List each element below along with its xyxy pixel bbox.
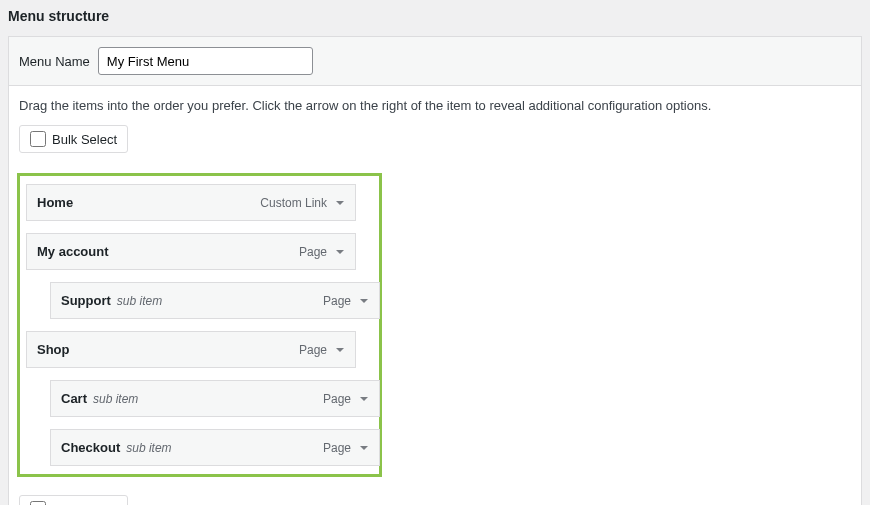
menu-item-my-account[interactable]: My accountPage — [26, 233, 356, 270]
menu-item-title: My account — [37, 244, 109, 259]
menu-item-type: Page — [299, 245, 327, 259]
menu-item-type: Custom Link — [260, 196, 327, 210]
sub-item-hint: sub item — [117, 294, 162, 308]
bulk-footer-row: Bulk Select Remove Selected Items — [9, 487, 861, 505]
chevron-down-icon[interactable] — [335, 345, 345, 355]
chevron-down-icon[interactable] — [335, 247, 345, 257]
bulk-select-label-bottom: Bulk Select — [52, 502, 117, 506]
chevron-down-icon[interactable] — [359, 296, 369, 306]
menu-item-cart[interactable]: Cartsub itemPage — [50, 380, 380, 417]
remove-selected-link: Remove Selected Items — [140, 502, 278, 506]
menu-items-highlight: HomeCustom LinkMy accountPageSupportsub … — [17, 173, 382, 477]
chevron-down-icon[interactable] — [335, 198, 345, 208]
bulk-select-bottom[interactable]: Bulk Select — [19, 495, 128, 505]
menu-name-input[interactable] — [98, 47, 313, 75]
menu-item-title: Cart — [61, 391, 87, 406]
menu-item-title: Shop — [37, 342, 70, 357]
menu-item-support[interactable]: Supportsub itemPage — [50, 282, 380, 319]
bulk-select-checkbox-bottom[interactable] — [30, 501, 46, 505]
menu-structure-panel: Menu Name Drag the items into the order … — [8, 36, 862, 505]
chevron-down-icon[interactable] — [359, 394, 369, 404]
menu-name-bar: Menu Name — [9, 37, 861, 86]
sub-item-hint: sub item — [93, 392, 138, 406]
instructions-text: Drag the items into the order you prefer… — [19, 98, 851, 113]
section-heading: Menu structure — [8, 8, 862, 28]
menu-item-checkout[interactable]: Checkoutsub itemPage — [50, 429, 380, 466]
menu-item-type: Page — [299, 343, 327, 357]
menu-item-shop[interactable]: ShopPage — [26, 331, 356, 368]
menu-item-home[interactable]: HomeCustom Link — [26, 184, 356, 221]
menu-item-title: Support — [61, 293, 111, 308]
menu-name-label: Menu Name — [19, 54, 90, 69]
chevron-down-icon[interactable] — [359, 443, 369, 453]
menu-item-type: Page — [323, 294, 351, 308]
bulk-select-top[interactable]: Bulk Select — [19, 125, 128, 153]
menu-item-title: Home — [37, 195, 73, 210]
menu-items-container: HomeCustom LinkMy accountPageSupportsub … — [26, 184, 373, 466]
menu-item-type: Page — [323, 441, 351, 455]
bulk-select-checkbox-top[interactable] — [30, 131, 46, 147]
instructions-area: Drag the items into the order you prefer… — [9, 86, 861, 163]
menu-item-type: Page — [323, 392, 351, 406]
sub-item-hint: sub item — [126, 441, 171, 455]
bulk-select-label-top: Bulk Select — [52, 132, 117, 147]
menu-item-title: Checkout — [61, 440, 120, 455]
